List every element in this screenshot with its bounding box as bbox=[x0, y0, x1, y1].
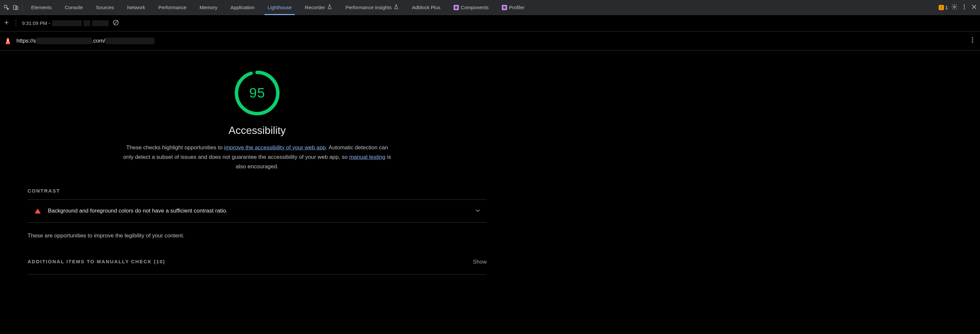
tab-performance[interactable]: Performance bbox=[152, 0, 193, 15]
desc-text: These checks highlight opportunities to bbox=[126, 144, 224, 150]
tab-application[interactable]: Application bbox=[224, 0, 261, 15]
svg-rect-2 bbox=[16, 6, 18, 9]
tab-elements[interactable]: Elements bbox=[25, 0, 58, 15]
redacted-text bbox=[105, 38, 154, 44]
tab-recorder[interactable]: Recorder bbox=[298, 0, 339, 15]
flask-icon bbox=[327, 4, 332, 11]
svg-rect-16 bbox=[7, 40, 9, 41]
kebab-menu-icon[interactable] bbox=[969, 36, 976, 45]
gauge-score: 95 bbox=[234, 70, 280, 116]
issues-badge[interactable]: ! 1 bbox=[939, 5, 948, 10]
tab-components[interactable]: Components bbox=[447, 0, 495, 15]
device-toggle-icon[interactable] bbox=[11, 0, 20, 15]
tab-performance-insights[interactable]: Performance insights bbox=[339, 0, 406, 15]
section-title: CONTRAST bbox=[27, 188, 487, 199]
tab-adblock-plus[interactable]: Adblock Plus bbox=[406, 0, 447, 15]
kebab-menu-icon[interactable] bbox=[961, 3, 967, 11]
accessibility-gauge[interactable]: 95 bbox=[234, 70, 280, 116]
redacted-text bbox=[92, 20, 108, 26]
svg-point-19 bbox=[972, 41, 973, 43]
tab-perf-insights-label: Performance insights bbox=[345, 5, 391, 10]
tab-profiler-label: Profiler bbox=[509, 5, 525, 10]
link-improve-accessibility[interactable]: improve the accessibility of your web ap… bbox=[224, 144, 326, 150]
new-report-icon[interactable] bbox=[3, 19, 10, 27]
tab-recorder-label: Recorder bbox=[305, 5, 325, 10]
tab-components-label: Components bbox=[461, 5, 489, 10]
report-url-bar: https://s .com/ bbox=[0, 32, 980, 51]
report-url: https://s .com/ bbox=[16, 38, 154, 44]
url-prefix: https://s bbox=[16, 38, 36, 44]
devtools-tab-strip: Elements Console Sources Network Perform… bbox=[0, 0, 980, 15]
svg-point-12 bbox=[964, 5, 964, 6]
tab-memory[interactable]: Memory bbox=[193, 0, 224, 15]
timestamp-text: 9:31:09 PM - bbox=[22, 20, 50, 26]
tab-lighthouse[interactable]: Lighthouse bbox=[261, 0, 298, 15]
svg-point-3 bbox=[456, 7, 457, 8]
svg-rect-1 bbox=[13, 6, 16, 9]
redacted-text bbox=[36, 38, 92, 44]
fail-triangle-icon bbox=[35, 209, 41, 214]
lighthouse-toolbar: 9:31:09 PM - bbox=[0, 15, 980, 32]
url-mid: .com/ bbox=[92, 38, 106, 44]
react-profiler-icon bbox=[502, 5, 507, 10]
report-timestamp[interactable]: 9:31:09 PM - bbox=[22, 20, 108, 26]
audit-contrast-ratio[interactable]: Background and foreground colors do not … bbox=[27, 199, 487, 223]
category-title: Accessibility bbox=[229, 124, 286, 136]
settings-icon[interactable] bbox=[951, 3, 958, 11]
audit-label: Background and foreground colors do not … bbox=[48, 207, 228, 214]
lighthouse-logo-icon bbox=[4, 37, 12, 45]
lighthouse-report: 95 Accessibility These checks highlight … bbox=[0, 51, 514, 275]
svg-point-18 bbox=[972, 39, 973, 41]
svg-point-13 bbox=[964, 6, 964, 7]
tab-profiler[interactable]: Profiler bbox=[495, 0, 531, 15]
svg-point-7 bbox=[504, 7, 505, 8]
svg-point-14 bbox=[964, 8, 964, 9]
tab-network[interactable]: Network bbox=[121, 0, 152, 15]
section-title: ADDITIONAL ITEMS TO MANUALLY CHECK (10) bbox=[27, 259, 165, 265]
react-components-icon bbox=[453, 5, 459, 10]
flask-icon bbox=[394, 4, 399, 11]
show-button[interactable]: Show bbox=[473, 259, 487, 265]
tab-sources[interactable]: Sources bbox=[89, 0, 121, 15]
section-note: These are opportunities to improve the l… bbox=[27, 223, 487, 239]
section-manual-check: ADDITIONAL ITEMS TO MANUALLY CHECK (10) … bbox=[27, 259, 487, 275]
link-manual-testing[interactable]: manual testing bbox=[349, 154, 386, 160]
warning-icon: ! bbox=[939, 5, 944, 10]
chevron-down-icon bbox=[474, 207, 482, 215]
separator bbox=[16, 20, 16, 27]
issues-count: 1 bbox=[945, 5, 948, 10]
tab-console[interactable]: Console bbox=[58, 0, 89, 15]
close-icon[interactable] bbox=[971, 3, 977, 11]
category-description: These checks highlight opportunities to … bbox=[123, 143, 391, 172]
redacted-text bbox=[52, 20, 82, 26]
svg-point-11 bbox=[954, 6, 955, 8]
section-contrast: CONTRAST Background and foreground color… bbox=[27, 188, 487, 239]
inspect-icon[interactable] bbox=[2, 0, 11, 15]
svg-point-17 bbox=[972, 37, 973, 39]
redacted-text bbox=[84, 20, 90, 26]
clear-icon[interactable] bbox=[113, 19, 119, 27]
